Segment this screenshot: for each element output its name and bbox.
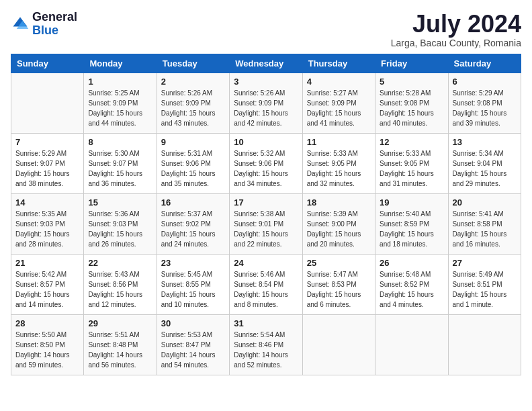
month-year-title: July 2024 [391,11,521,38]
calendar-day-cell: 18Sunrise: 5:39 AM Sunset: 9:00 PM Dayli… [302,193,375,254]
calendar-week-row: 7Sunrise: 5:29 AM Sunset: 9:07 PM Daylig… [11,133,521,193]
day-number: 21 [15,258,79,268]
day-info: Sunrise: 5:29 AM Sunset: 9:07 PM Dayligh… [15,148,79,189]
day-info: Sunrise: 5:40 AM Sunset: 8:59 PM Dayligh… [380,209,443,249]
day-number: 22 [88,258,152,268]
weekday-header-cell: Thursday [302,54,375,73]
calendar-day-cell [448,314,521,375]
day-info: Sunrise: 5:27 AM Sunset: 9:09 PM Dayligh… [307,88,371,128]
day-number: 8 [88,137,152,147]
day-number: 3 [234,77,298,87]
day-info: Sunrise: 5:42 AM Sunset: 8:57 PM Dayligh… [15,269,79,310]
calendar-day-cell: 24Sunrise: 5:46 AM Sunset: 8:54 PM Dayli… [230,254,302,314]
day-number: 20 [453,197,517,208]
calendar-table: SundayMondayTuesdayWednesdayThursdayFrid… [11,54,521,375]
calendar-day-cell: 28Sunrise: 5:50 AM Sunset: 8:50 PM Dayli… [11,314,84,375]
weekday-header-cell: Monday [84,54,157,73]
day-info: Sunrise: 5:46 AM Sunset: 8:54 PM Dayligh… [234,269,298,310]
day-info: Sunrise: 5:53 AM Sunset: 8:47 PM Dayligh… [161,330,225,370]
day-info: Sunrise: 5:28 AM Sunset: 9:08 PM Dayligh… [380,88,443,128]
day-number: 30 [161,318,225,328]
weekday-header-cell: Sunday [11,54,84,73]
day-info: Sunrise: 5:47 AM Sunset: 8:53 PM Dayligh… [307,269,371,310]
day-info: Sunrise: 5:51 AM Sunset: 8:48 PM Dayligh… [88,330,152,370]
logo: General Blue [11,11,77,38]
day-number: 11 [307,137,371,147]
calendar-day-cell [11,73,84,133]
calendar-day-cell [302,314,375,375]
calendar-day-cell: 25Sunrise: 5:47 AM Sunset: 8:53 PM Dayli… [302,254,375,314]
calendar-week-row: 21Sunrise: 5:42 AM Sunset: 8:57 PM Dayli… [11,254,521,314]
day-number: 7 [15,137,79,147]
day-number: 29 [88,318,152,328]
day-number: 12 [380,137,443,147]
weekday-header-row: SundayMondayTuesdayWednesdayThursdayFrid… [11,54,521,73]
calendar-day-cell: 17Sunrise: 5:38 AM Sunset: 9:01 PM Dayli… [230,193,302,254]
calendar-day-cell: 23Sunrise: 5:45 AM Sunset: 8:55 PM Dayli… [157,254,229,314]
calendar-day-cell: 2Sunrise: 5:26 AM Sunset: 9:09 PM Daylig… [157,73,229,133]
calendar-day-cell: 7Sunrise: 5:29 AM Sunset: 9:07 PM Daylig… [11,133,84,193]
calendar-week-row: 1Sunrise: 5:25 AM Sunset: 9:09 PM Daylig… [11,73,521,133]
calendar-day-cell: 9Sunrise: 5:31 AM Sunset: 9:06 PM Daylig… [157,133,229,193]
day-number: 1 [88,77,152,87]
calendar-day-cell: 15Sunrise: 5:36 AM Sunset: 9:03 PM Dayli… [84,193,157,254]
day-number: 15 [88,197,152,208]
day-info: Sunrise: 5:35 AM Sunset: 9:03 PM Dayligh… [15,209,79,249]
day-info: Sunrise: 5:39 AM Sunset: 9:00 PM Dayligh… [307,209,371,249]
weekday-header-cell: Tuesday [157,54,229,73]
day-info: Sunrise: 5:26 AM Sunset: 9:09 PM Dayligh… [161,88,225,128]
day-info: Sunrise: 5:37 AM Sunset: 9:02 PM Dayligh… [161,209,225,249]
day-number: 2 [161,77,225,87]
page-header: General Blue July 2024 Larga, Bacau Coun… [11,11,521,48]
day-number: 28 [15,318,79,328]
calendar-day-cell: 29Sunrise: 5:51 AM Sunset: 8:48 PM Dayli… [84,314,157,375]
calendar-day-cell: 26Sunrise: 5:48 AM Sunset: 8:52 PM Dayli… [375,254,448,314]
day-number: 16 [161,197,225,208]
calendar-day-cell [375,314,448,375]
calendar-day-cell: 21Sunrise: 5:42 AM Sunset: 8:57 PM Dayli… [11,254,84,314]
day-number: 9 [161,137,225,147]
day-number: 5 [380,77,443,87]
day-info: Sunrise: 5:36 AM Sunset: 9:03 PM Dayligh… [88,209,152,249]
day-info: Sunrise: 5:45 AM Sunset: 8:55 PM Dayligh… [161,269,225,310]
calendar-day-cell: 8Sunrise: 5:30 AM Sunset: 9:07 PM Daylig… [84,133,157,193]
title-block: July 2024 Larga, Bacau County, Romania [391,11,521,48]
calendar-day-cell: 4Sunrise: 5:27 AM Sunset: 9:09 PM Daylig… [302,73,375,133]
day-number: 10 [234,137,298,147]
weekday-header-cell: Friday [375,54,448,73]
day-info: Sunrise: 5:41 AM Sunset: 8:58 PM Dayligh… [453,209,517,249]
calendar-day-cell: 5Sunrise: 5:28 AM Sunset: 9:08 PM Daylig… [375,73,448,133]
day-info: Sunrise: 5:34 AM Sunset: 9:04 PM Dayligh… [453,148,517,189]
day-info: Sunrise: 5:48 AM Sunset: 8:52 PM Dayligh… [380,269,443,310]
calendar-day-cell: 14Sunrise: 5:35 AM Sunset: 9:03 PM Dayli… [11,193,84,254]
calendar-day-cell: 16Sunrise: 5:37 AM Sunset: 9:02 PM Dayli… [157,193,229,254]
day-number: 6 [453,77,517,87]
day-info: Sunrise: 5:29 AM Sunset: 9:08 PM Dayligh… [453,88,517,128]
logo-icon [11,15,30,34]
day-number: 27 [453,258,517,268]
day-info: Sunrise: 5:30 AM Sunset: 9:07 PM Dayligh… [88,148,152,189]
calendar-day-cell: 31Sunrise: 5:54 AM Sunset: 8:46 PM Dayli… [230,314,302,375]
logo-text: General Blue [32,11,77,38]
calendar-day-cell: 6Sunrise: 5:29 AM Sunset: 9:08 PM Daylig… [448,73,521,133]
day-number: 18 [307,197,371,208]
day-info: Sunrise: 5:49 AM Sunset: 8:51 PM Dayligh… [453,269,517,310]
day-info: Sunrise: 5:43 AM Sunset: 8:56 PM Dayligh… [88,269,152,310]
day-info: Sunrise: 5:50 AM Sunset: 8:50 PM Dayligh… [15,330,79,370]
day-number: 13 [453,137,517,147]
day-info: Sunrise: 5:38 AM Sunset: 9:01 PM Dayligh… [234,209,298,249]
location-subtitle: Larga, Bacau County, Romania [391,38,521,48]
day-number: 23 [161,258,225,268]
day-number: 19 [380,197,443,208]
calendar-body: 1Sunrise: 5:25 AM Sunset: 9:09 PM Daylig… [11,73,521,375]
calendar-day-cell: 20Sunrise: 5:41 AM Sunset: 8:58 PM Dayli… [448,193,521,254]
calendar-day-cell: 27Sunrise: 5:49 AM Sunset: 8:51 PM Dayli… [448,254,521,314]
calendar-day-cell: 13Sunrise: 5:34 AM Sunset: 9:04 PM Dayli… [448,133,521,193]
day-info: Sunrise: 5:25 AM Sunset: 9:09 PM Dayligh… [88,88,152,128]
calendar-day-cell: 10Sunrise: 5:32 AM Sunset: 9:06 PM Dayli… [230,133,302,193]
weekday-header-cell: Wednesday [230,54,302,73]
calendar-day-cell: 22Sunrise: 5:43 AM Sunset: 8:56 PM Dayli… [84,254,157,314]
calendar-day-cell: 12Sunrise: 5:33 AM Sunset: 9:05 PM Dayli… [375,133,448,193]
calendar-week-row: 14Sunrise: 5:35 AM Sunset: 9:03 PM Dayli… [11,193,521,254]
day-number: 17 [234,197,298,208]
